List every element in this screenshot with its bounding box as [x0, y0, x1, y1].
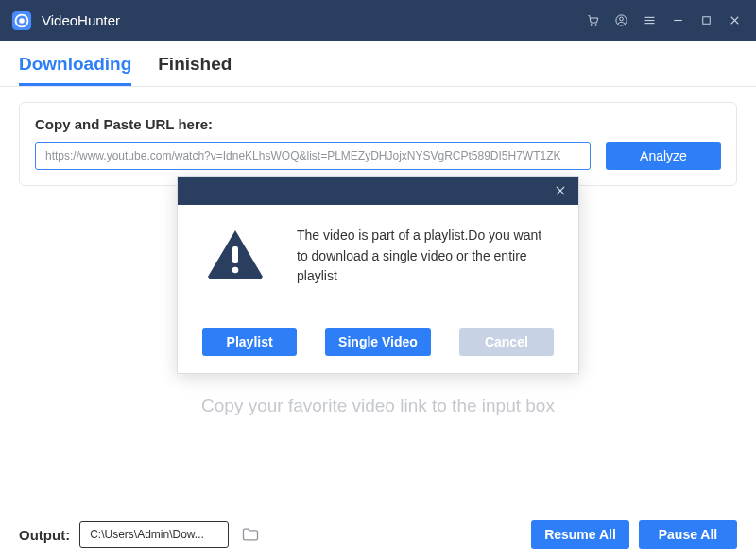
- svg-point-6: [619, 17, 623, 21]
- url-label: Copy and Paste URL here:: [35, 116, 721, 132]
- svg-point-4: [594, 25, 596, 26]
- cancel-button[interactable]: Cancel: [459, 328, 554, 356]
- analyze-button[interactable]: Analyze: [606, 142, 721, 170]
- tab-downloading[interactable]: Downloading: [19, 54, 131, 86]
- minimize-icon[interactable]: [663, 7, 692, 35]
- cart-icon[interactable]: [578, 7, 607, 35]
- titlebar: VideoHunter: [0, 0, 756, 41]
- svg-rect-16: [232, 246, 238, 263]
- footer: Output: C:\Users\Admin\Dow... Resume All…: [0, 511, 756, 558]
- hint-text: Copy your favorite video link to the inp…: [0, 396, 756, 416]
- maximize-icon[interactable]: [692, 7, 720, 35]
- modal-message: The video is part of a playlist.Do you w…: [297, 226, 546, 328]
- playlist-modal: The video is part of a playlist.Do you w…: [177, 176, 579, 374]
- app-title: VideoHunter: [42, 12, 120, 28]
- svg-point-17: [232, 267, 239, 274]
- modal-header: [178, 177, 578, 205]
- folder-icon[interactable]: [238, 522, 263, 547]
- output-path[interactable]: C:\Users\Admin\Dow...: [79, 521, 229, 548]
- svg-point-2: [19, 18, 25, 24]
- url-card: Copy and Paste URL here: Analyze: [19, 102, 737, 186]
- app-logo-icon: [11, 10, 32, 31]
- close-window-icon[interactable]: [720, 7, 748, 35]
- output-label: Output:: [19, 527, 70, 543]
- svg-rect-11: [702, 17, 710, 25]
- url-input[interactable]: [35, 142, 591, 170]
- modal-close-icon[interactable]: [550, 180, 571, 201]
- resume-all-button[interactable]: Resume All: [531, 520, 629, 549]
- menu-icon[interactable]: [635, 7, 663, 35]
- svg-point-3: [590, 25, 592, 26]
- pause-all-button[interactable]: Pause All: [639, 520, 737, 549]
- warning-icon: [200, 226, 270, 328]
- tab-bar: Downloading Finished: [0, 41, 756, 87]
- account-icon[interactable]: [607, 7, 635, 35]
- single-video-button[interactable]: Single Video: [325, 328, 431, 356]
- playlist-button[interactable]: Playlist: [202, 328, 297, 356]
- tab-finished[interactable]: Finished: [158, 54, 232, 86]
